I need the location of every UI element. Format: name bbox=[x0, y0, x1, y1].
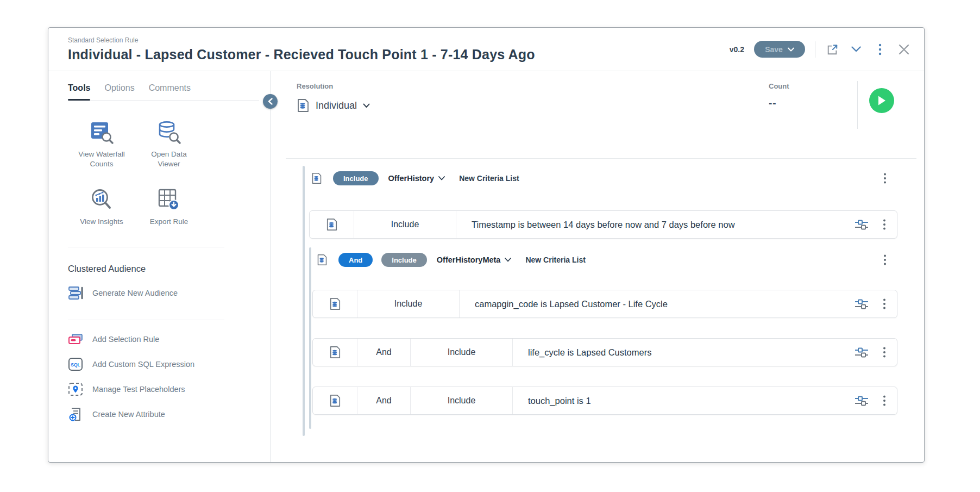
close-dialog-button[interactable] bbox=[897, 42, 911, 57]
criteria-row[interactable]: And Include touch_point is 1 bbox=[312, 387, 897, 415]
table-document-icon bbox=[326, 218, 338, 231]
sql-icon-text: SQL bbox=[71, 362, 80, 368]
sidebar-item-label: Add Selection Rule bbox=[92, 335, 159, 344]
edit-criteria-sliders-icon[interactable] bbox=[855, 218, 869, 231]
nested-criteria-group: And Include OfferHistoryMeta New Criteri… bbox=[309, 247, 897, 429]
resolution-label: Resolution bbox=[297, 82, 924, 90]
entity-name[interactable]: OfferHistoryMeta bbox=[437, 256, 501, 264]
chevron-down-icon bbox=[363, 103, 370, 108]
entity-name[interactable]: OfferHistory bbox=[388, 174, 435, 183]
open-in-new-window-button[interactable] bbox=[825, 42, 839, 57]
create-attribute-icon bbox=[68, 407, 83, 421]
row-more-options-button[interactable] bbox=[883, 395, 886, 407]
table-document-icon bbox=[329, 394, 341, 407]
create-new-attribute-button[interactable]: Create New Attribute bbox=[68, 402, 270, 427]
and-badge[interactable]: And bbox=[338, 253, 373, 267]
view-insights-button[interactable]: View Insights bbox=[68, 188, 135, 227]
version-label: v0.2 bbox=[730, 45, 744, 54]
criteria-text: Timestamp is between 14 days before now … bbox=[456, 211, 855, 238]
row-icon-cell bbox=[313, 290, 357, 317]
save-button[interactable]: Save bbox=[754, 41, 805, 58]
row-more-options-button[interactable] bbox=[883, 298, 886, 310]
table-document-icon bbox=[297, 98, 310, 113]
export-rule-icon bbox=[156, 188, 181, 211]
tab-options[interactable]: Options bbox=[104, 83, 134, 93]
edit-criteria-sliders-icon[interactable] bbox=[855, 346, 869, 359]
sidebar-actions: Add Selection Rule SQL Add Custom SQL Ex… bbox=[68, 327, 270, 427]
sidebar-item-label: Create New Attribute bbox=[92, 410, 165, 419]
rule-title: Individual - Lapsed Customer - Recieved … bbox=[68, 47, 535, 63]
chevron-left-icon bbox=[268, 98, 273, 105]
edit-criteria-sliders-icon[interactable] bbox=[855, 297, 869, 310]
tab-tools[interactable]: Tools bbox=[68, 83, 90, 93]
insights-icon bbox=[89, 188, 114, 211]
tool-label: Open Data Viewer bbox=[139, 150, 199, 169]
chevron-down-icon bbox=[851, 46, 861, 52]
row-conjunction-cell: And bbox=[357, 339, 411, 366]
count-block: Count -- bbox=[769, 82, 789, 109]
criteria-text: life_cycle is Lapsed Customers bbox=[513, 339, 855, 366]
include-badge[interactable]: Include bbox=[381, 253, 427, 267]
audience-stack-icon bbox=[68, 286, 83, 300]
tool-label: View Waterfall Counts bbox=[72, 150, 131, 169]
chevron-down-icon[interactable] bbox=[438, 176, 445, 180]
criteria-group-header: And Include OfferHistoryMeta New Criteri… bbox=[312, 247, 897, 272]
header-divider bbox=[815, 41, 815, 58]
play-icon bbox=[877, 95, 887, 106]
sidebar-tabs: Tools Options Comments bbox=[68, 83, 259, 101]
table-document-icon bbox=[329, 346, 341, 359]
collapse-dialog-button[interactable] bbox=[849, 42, 863, 57]
tool-label: View Insights bbox=[80, 217, 123, 227]
resolution-value: Individual bbox=[316, 100, 357, 111]
export-rule-button[interactable]: Export Rule bbox=[135, 188, 203, 227]
manage-test-placeholders-button[interactable]: Manage Test Placeholders bbox=[68, 377, 270, 402]
criteria-group-header: Include OfferHistory New Criteria List bbox=[305, 166, 897, 191]
criteria-row[interactable]: Include Timestamp is between 14 days bef… bbox=[309, 210, 897, 239]
view-waterfall-counts-button[interactable]: View Waterfall Counts bbox=[68, 120, 135, 169]
open-data-viewer-button[interactable]: Open Data Viewer bbox=[135, 120, 203, 169]
row-more-options-button[interactable] bbox=[883, 219, 886, 231]
run-count-button[interactable] bbox=[869, 88, 894, 113]
add-custom-sql-expression-button[interactable]: SQL Add Custom SQL Expression bbox=[68, 352, 270, 377]
resolution-selector[interactable]: Individual bbox=[297, 98, 924, 113]
row-icon-cell bbox=[310, 211, 354, 238]
new-criteria-list-link[interactable]: New Criteria List bbox=[525, 256, 585, 264]
row-more-options-button[interactable] bbox=[883, 346, 886, 358]
data-viewer-icon bbox=[156, 120, 181, 144]
row-operator-cell: Include bbox=[411, 387, 513, 414]
clustered-audience-heading: Clustered Audience bbox=[68, 264, 270, 274]
chevron-down-icon[interactable] bbox=[505, 258, 511, 262]
tools-sidebar: Tools Options Comments bbox=[48, 71, 271, 462]
edit-criteria-sliders-icon[interactable] bbox=[855, 394, 869, 407]
new-criteria-list-link[interactable]: New Criteria List bbox=[459, 174, 519, 183]
resolution-divider bbox=[286, 158, 916, 159]
row-conjunction-cell: And bbox=[357, 387, 411, 414]
count-label: Count bbox=[769, 82, 789, 90]
tab-comments[interactable]: Comments bbox=[149, 83, 191, 93]
rule-type-label: Standard Selection Rule bbox=[68, 36, 535, 44]
header-more-options-button[interactable] bbox=[873, 42, 887, 57]
rule-canvas: Resolution Individual Count -- bbox=[271, 71, 924, 462]
group-more-options-button[interactable] bbox=[883, 172, 887, 184]
row-operator-cell: Include bbox=[354, 211, 456, 238]
criteria-row[interactable]: And Include life_cycle is Lapsed Custome… bbox=[312, 338, 897, 366]
group-accent-bar bbox=[303, 166, 305, 436]
row-operator-cell: Include bbox=[411, 339, 513, 366]
external-link-icon bbox=[826, 43, 838, 55]
criteria-row[interactable]: Include camapgin_code is Lapsed Customer… bbox=[312, 290, 897, 318]
selection-rule-dialog: Standard Selection Rule Individual - Lap… bbox=[48, 27, 925, 463]
waterfall-counts-icon bbox=[89, 120, 114, 144]
include-badge[interactable]: Include bbox=[333, 171, 379, 185]
criteria-tree: Include OfferHistory New Criteria List bbox=[303, 166, 897, 436]
generate-new-audience-button[interactable]: Generate New Audience bbox=[68, 286, 270, 300]
save-button-label: Save bbox=[765, 45, 783, 54]
criteria-text: touch_point is 1 bbox=[513, 387, 855, 414]
group-more-options-button[interactable] bbox=[883, 254, 887, 266]
dialog-header: Standard Selection Rule Individual - Lap… bbox=[48, 28, 924, 71]
add-selection-rule-button[interactable]: Add Selection Rule bbox=[68, 327, 270, 352]
collapse-sidebar-button[interactable] bbox=[263, 94, 278, 109]
sidebar-item-label: Generate New Audience bbox=[92, 289, 178, 297]
sidebar-divider bbox=[68, 247, 224, 247]
tool-label: Export Rule bbox=[150, 217, 189, 227]
table-document-icon bbox=[317, 254, 328, 266]
